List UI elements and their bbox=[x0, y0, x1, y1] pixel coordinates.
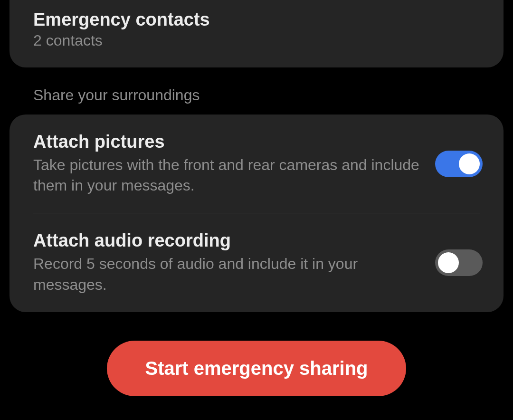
attach-audio-title: Attach audio recording bbox=[33, 230, 421, 251]
attach-audio-text: Attach audio recording Record 5 seconds … bbox=[33, 230, 435, 295]
section-header-surroundings: Share your surroundings bbox=[10, 67, 504, 115]
action-button-container: Start emergency sharing bbox=[10, 341, 504, 396]
toggle-knob bbox=[438, 252, 459, 273]
attach-pictures-row[interactable]: Attach pictures Take pictures with the f… bbox=[10, 115, 504, 213]
attach-pictures-text: Attach pictures Take pictures with the f… bbox=[33, 132, 435, 196]
surroundings-settings-card: Attach pictures Take pictures with the f… bbox=[10, 115, 504, 312]
attach-pictures-toggle[interactable] bbox=[435, 151, 483, 177]
toggle-knob bbox=[459, 153, 480, 174]
start-emergency-sharing-button[interactable]: Start emergency sharing bbox=[107, 341, 406, 396]
attach-audio-row[interactable]: Attach audio recording Record 5 seconds … bbox=[10, 213, 504, 312]
attach-audio-description: Record 5 seconds of audio and include it… bbox=[33, 254, 421, 295]
emergency-contacts-title: Emergency contacts bbox=[33, 10, 480, 30]
emergency-contacts-card[interactable]: Emergency contacts 2 contacts bbox=[10, 0, 504, 67]
attach-pictures-description: Take pictures with the front and rear ca… bbox=[33, 155, 421, 196]
emergency-contacts-count: 2 contacts bbox=[33, 32, 480, 49]
attach-pictures-title: Attach pictures bbox=[33, 132, 421, 152]
attach-audio-toggle[interactable] bbox=[435, 249, 483, 276]
